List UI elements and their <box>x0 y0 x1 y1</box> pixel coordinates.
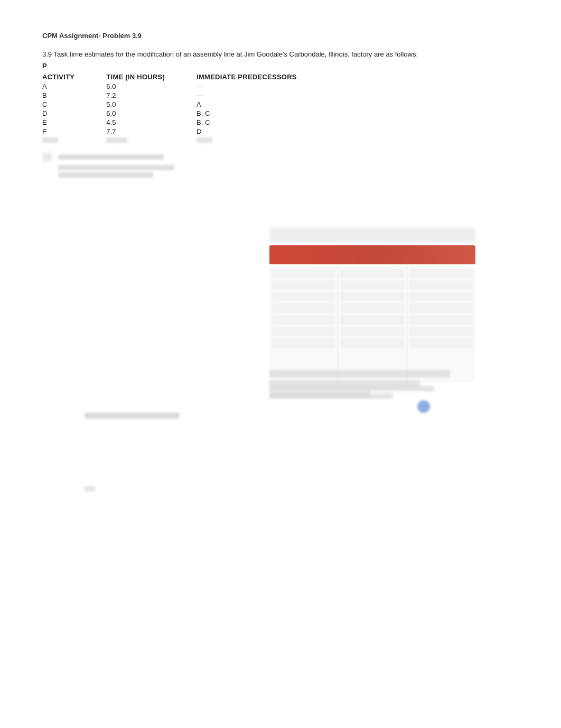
table-row-blurred <box>42 136 329 145</box>
p-label: P <box>42 62 519 70</box>
table-row: A 6.0 — <box>42 82 329 91</box>
pred-f: D <box>197 127 329 136</box>
activity-a: A <box>42 82 106 91</box>
activity-table: ACTIVITY TIME (IN HOURS) IMMEDIATE PREDE… <box>42 72 329 145</box>
time-a: 6.0 <box>106 82 197 91</box>
activity-d: D <box>42 109 106 118</box>
col-header-predecessors: IMMEDIATE PREDECESSORS <box>197 72 329 82</box>
activity-b: B <box>42 91 106 100</box>
page-number-blur <box>85 486 95 492</box>
activity-e: E <box>42 118 106 127</box>
bottom-left-text-blur <box>85 412 180 419</box>
time-f: 7.7 <box>106 127 197 136</box>
pred-b: — <box>197 91 329 100</box>
panel-table-area <box>269 266 475 383</box>
table-row: F 7.7 D <box>42 127 329 136</box>
time-b: 7.2 <box>106 91 197 100</box>
activity-table-container: ACTIVITY TIME (IN HOURS) IMMEDIATE PREDE… <box>42 72 519 145</box>
activity-c: C <box>42 100 106 109</box>
time-c: 5.0 <box>106 100 197 109</box>
table-row: C 5.0 A <box>42 100 329 109</box>
table-row: D 6.0 B, C <box>42 109 329 118</box>
pred-c: A <box>197 100 329 109</box>
col-header-time: TIME (IN HOURS) <box>106 72 197 82</box>
time-d: 6.0 <box>106 109 197 118</box>
col-header-activity: ACTIVITY <box>42 72 106 82</box>
time-e: 4.5 <box>106 118 197 127</box>
panel-red-bar <box>269 245 475 264</box>
bottom-blurred-block <box>269 370 470 413</box>
pred-e: B, C <box>197 118 329 127</box>
page-title: CPM Assignment- Problem 3.9 <box>42 32 519 40</box>
pred-d: B, C <box>197 109 329 118</box>
pred-a: — <box>197 82 329 91</box>
panel-header-blur <box>269 227 475 242</box>
table-row: B 7.2 — <box>42 91 329 100</box>
table-row: E 4.5 B, C <box>42 118 329 127</box>
description-text: 3.9 Task time estimates for the modifica… <box>42 49 423 60</box>
activity-f: F <box>42 127 106 136</box>
